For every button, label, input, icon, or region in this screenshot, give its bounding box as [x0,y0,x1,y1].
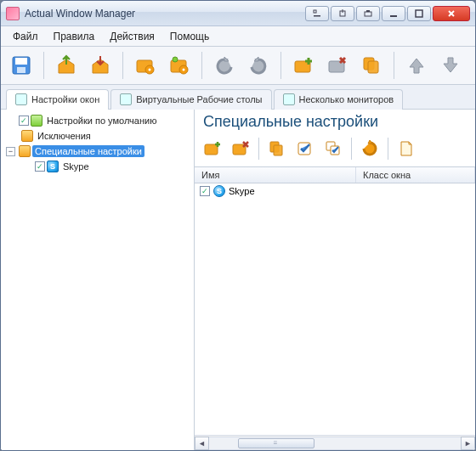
scroll-left-button[interactable]: ◄ [195,437,209,450]
new-rule-icon [203,139,222,158]
export-button[interactable] [51,50,82,81]
copy-rule-button[interactable] [264,136,290,161]
content-area: ✓ Настройки по умолчанию Исключения − Сп… [1,110,475,450]
skype-icon [47,161,59,172]
aux-button-3[interactable] [356,6,380,21]
refresh-button[interactable] [357,136,382,161]
windows-tab-icon [15,93,27,105]
copy-button[interactable] [356,50,387,81]
svg-point-19 [173,57,178,62]
page-icon [397,139,416,158]
scroll-thumb[interactable]: ≡ [238,438,314,448]
undo-button[interactable] [209,50,240,81]
menu-file[interactable]: Файл [6,29,45,44]
menu-actions[interactable]: Действия [103,29,162,44]
svg-rect-27 [274,145,282,155]
scroll-right-button[interactable]: ► [461,437,475,450]
delete-rule-button[interactable] [228,136,253,161]
box-in-icon [89,54,111,76]
list-body: ✓ Skype [195,183,475,435]
folder-gear1-button[interactable] [130,50,161,81]
menu-help[interactable]: Помощь [163,29,216,44]
horizontal-scrollbar: ◄ ≡ ► [195,435,475,450]
pane-title: Специальные настройки [195,110,475,131]
folder-delete-icon [326,54,348,76]
list-header: Имя Класс окна [195,167,475,183]
monitors-tab-icon [283,93,295,105]
pane-toolbar [195,131,475,167]
tree-node-skype[interactable]: ✓ Skype [3,159,192,174]
folder-gear2-icon [168,54,190,76]
tree-label: Специальные настройки [32,145,144,157]
page-button[interactable] [394,136,419,161]
svg-rect-5 [366,10,370,12]
svg-point-15 [149,69,151,71]
column-name[interactable]: Имя [195,167,356,183]
svg-rect-4 [365,12,371,16]
svg-rect-0 [314,15,320,17]
copy-icon [360,54,382,76]
svg-rect-6 [390,15,397,17]
skype-icon [213,185,225,197]
details-pane: Специальные настройки [195,110,475,450]
tree-node-special[interactable]: − Специальные настройки [3,144,192,159]
folder-add-icon [292,54,314,76]
tab-window-settings[interactable]: Настройки окон [6,89,109,110]
column-class[interactable]: Класс окна [356,167,475,183]
window-buttons [305,6,470,21]
tree-label: Настройки по умолчанию [44,115,159,127]
title-bar: Actual Window Manager [1,1,475,26]
svg-rect-24 [205,144,218,155]
expander-icon[interactable]: − [6,147,15,156]
save-button[interactable] [6,50,37,81]
menu-rules[interactable]: Правила [47,29,102,44]
tree-label: Исключения [35,130,94,142]
row-name: Skype [229,186,255,196]
folder-gear2-button[interactable] [164,50,195,81]
check-rule-button[interactable] [292,136,318,161]
list-row[interactable]: ✓ Skype [195,183,475,199]
import-button[interactable] [85,50,116,81]
undo-icon [214,55,235,76]
delete-rule-icon [231,139,250,158]
aux-button-1[interactable] [305,6,329,21]
svg-rect-7 [416,10,422,17]
multi-rule-icon [324,139,343,158]
app-window: Actual Window Manager Файл Правила Дейст… [0,0,476,451]
checkbox-icon[interactable]: ✓ [200,186,210,196]
tab-label: Несколько мониторов [299,94,394,104]
maximize-button[interactable] [407,6,431,21]
window-title: Actual Window Manager [25,8,135,20]
copy-rule-icon [268,139,286,158]
redo-button[interactable] [243,50,274,81]
tree-node-exclusions[interactable]: Исключения [3,128,192,144]
move-up-button[interactable] [401,50,432,81]
new-rule-button[interactable] [200,136,225,161]
svg-rect-11 [15,58,27,65]
multi-rule-button[interactable] [320,136,346,161]
move-down-button[interactable] [435,50,466,81]
close-button[interactable] [433,6,470,21]
scroll-track[interactable]: ≡ [209,437,461,450]
tree-pane: ✓ Настройки по умолчанию Исключения − Сп… [1,110,195,450]
checkbox-icon[interactable]: ✓ [35,161,45,172]
redo-icon [248,55,269,76]
tab-virtual-desktops[interactable]: Виртуальные Рабочие столы [110,89,271,110]
refresh-icon [360,139,379,158]
minimize-button[interactable] [382,6,405,21]
svg-rect-21 [329,61,344,72]
checkbox-icon[interactable]: ✓ [19,116,29,126]
tab-label: Виртуальные Рабочие столы [136,94,262,104]
arrow-down-icon [440,55,461,76]
folder-add-button[interactable] [288,50,319,81]
tree-node-defaults[interactable]: ✓ Настройки по умолчанию [3,113,192,128]
expander-placeholder [6,116,15,126]
aux-button-2[interactable] [331,6,354,21]
folder-orange-icon [21,130,33,142]
svg-rect-1 [314,10,316,13]
app-icon [6,7,20,20]
virtual-tab-icon [120,93,132,105]
menu-bar: Файл Правила Действия Помощь [1,26,475,47]
folder-delete-button[interactable] [322,50,353,81]
tab-multi-monitors[interactable]: Несколько мониторов [274,89,404,110]
